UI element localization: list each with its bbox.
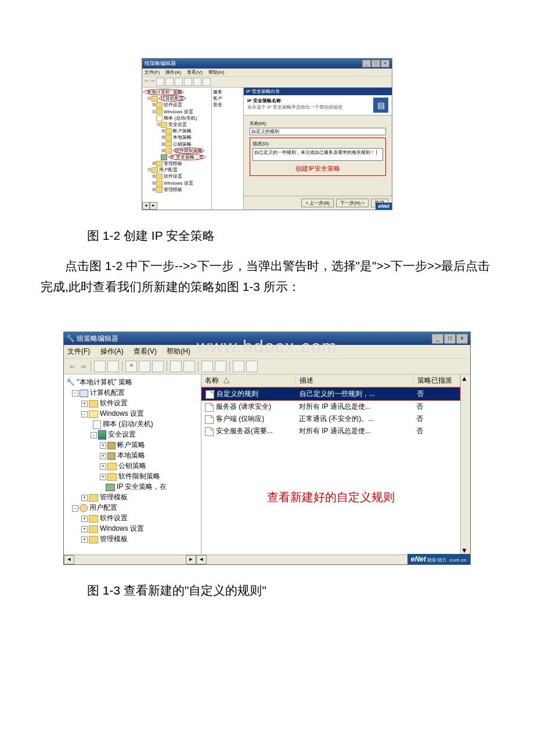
list-item[interactable]: 客户 [213,95,242,102]
nav-fwd-icon[interactable]: ⇒ [78,361,88,372]
name-input[interactable] [250,128,386,135]
toolbar-button[interactable] [201,361,213,372]
tree-item[interactable]: 公钥策略 [118,462,146,470]
tree-ipsec[interactable]: IP 安全策略，在 [168,154,205,160]
small-tree[interactable]: "本地计算机" 策略 ⊟计算机配置 ⊞软件设置 ⊟Windows 设置 脚本 (… [142,88,212,210]
toolbar-button[interactable] [233,361,244,372]
tree-item[interactable]: 脚本 (启动/关机) [164,116,197,121]
cell: 对所有 IP 通讯总是使... [295,426,413,437]
menu-help[interactable]: 帮助(H) [208,70,224,75]
tree-item[interactable]: 管理模板 [164,161,182,166]
tree-item[interactable]: 管理模板 [100,535,128,543]
large-title: 组策略编辑器 [77,334,118,343]
toolbar-button[interactable] [156,78,164,86]
menu-view[interactable]: 查看(V) [187,70,203,75]
toolbar-button[interactable] [165,78,174,86]
tree-item[interactable]: 管理模板 [164,187,182,192]
col-desc[interactable]: 描述 [296,375,414,387]
toolbar-button[interactable] [215,361,226,372]
list-row[interactable]: 客户端 (仅响应) 正常通讯 (不安全的)。... 否 [201,413,460,425]
menu-action[interactable]: 操作(A) [100,347,124,355]
list-row[interactable]: 安全服务器(需要... 对所有 IP 通讯总是使... 否 [201,425,460,437]
wizard-icon: ▤ [373,98,388,113]
tree-item[interactable]: 软件设置 [164,102,182,107]
wizard-annot: 创建IP安全策略 [252,164,383,173]
menu-file[interactable]: 文件(F) [145,70,160,75]
close-icon[interactable]: × [456,334,468,344]
tree-item[interactable]: 用户配置 [159,167,178,172]
tree-item[interactable]: 软件设置 [100,514,128,522]
close-icon[interactable]: × [381,60,389,67]
tree-item[interactable]: 管理模板 [100,493,128,501]
list-row[interactable]: 服务器 (请求安全) 对所有 IP 通讯总是使... 否 [201,401,460,413]
toolbar-button[interactable] [193,78,201,86]
tree-item[interactable]: 用户配置 [89,503,117,512]
menu-action[interactable]: 操作(A) [165,70,181,75]
small-titlebar: 组策略编辑器 _ □ × [142,59,392,69]
toolbar-button[interactable] [94,361,106,372]
menu-help[interactable]: 帮助(H) [167,347,190,355]
col-name[interactable]: 名称 [205,376,219,384]
tree-item[interactable]: 安全设置 [168,122,187,127]
toolbar-button[interactable] [152,361,164,372]
small-center-list: 服务 客户 安全 [212,88,244,210]
tree-item[interactable]: Windows 设置 [164,109,193,114]
large-list[interactable]: 名称 △ 描述 策略已指派 自定义的规则 自己定义的一些规则，... 否 服务器… [201,375,460,555]
back-button[interactable]: < 上一步(B) [301,199,334,207]
tree-item[interactable]: 软件设置 [100,399,128,407]
large-menubar: 文件(F) 操作(A) 查看(V) 帮助(H) [64,345,470,359]
tree-item[interactable]: 脚本 (启动/关机) [103,420,153,428]
tree-item[interactable]: 本地策略 [117,451,145,459]
tree-item[interactable]: 软件设置 [164,174,182,179]
tree-item[interactable]: 公钥策略 [173,142,192,147]
tree-item[interactable]: Windows 设置 [100,524,144,532]
tree-item[interactable]: 帐户策略 [117,441,145,449]
list-item[interactable]: 安全 [213,102,242,108]
menu-view[interactable]: 查看(V) [134,347,157,355]
toolbar-button[interactable] [203,78,211,86]
cell: 自定义的规则 [217,390,258,398]
next-button[interactable]: 下一步(N) > [336,199,369,207]
minimize-icon[interactable]: _ [362,60,371,67]
wizard-titlebar: IP 安全策略向导 [244,88,392,95]
tree-item[interactable]: Windows 设置 [100,409,144,417]
col-assigned[interactable]: 策略已指派 [414,375,460,387]
minimize-icon[interactable]: _ [432,334,443,344]
nav-back-icon[interactable]: ⇐ [67,361,77,372]
tree-item[interactable]: Windows 设置 [164,181,193,186]
delete-icon[interactable]: ✕ [125,361,137,372]
toolbar-button[interactable] [139,361,150,372]
tree-item[interactable]: 软件限制策略 [118,472,160,480]
toolbar-button[interactable] [183,361,195,372]
scroll-arrows[interactable]: ◄► [142,202,157,210]
tree-item[interactable]: 本地策略 [173,135,192,140]
toolbar-button[interactable] [170,361,182,372]
toolbar-button[interactable] [184,78,192,86]
menu-file[interactable]: 文件(F) [67,347,90,355]
maximize-icon[interactable]: □ [444,334,456,344]
screenshot-large: www.bdocx.com 🔧 组策略编辑器 _ □ × 文件(F) 操作(A)… [63,332,471,565]
tree-item[interactable]: 计算机配置 [90,388,125,397]
list-item[interactable]: 服务 [213,89,242,95]
toolbar-button[interactable] [246,361,258,372]
small-title: 组策略编辑器 [145,60,176,67]
scrollbar-horizontal[interactable]: ◄► [64,555,196,564]
tree-compcfg[interactable]: 计算机配置 [159,95,186,102]
scrollbar-vertical[interactable]: ▲ ▼ [460,375,470,555]
name-label: 名称(M): [250,120,386,127]
desc-input[interactable] [252,148,383,161]
tree-item[interactable]: 软件限制策略 [173,147,204,154]
list-row-selected[interactable]: 自定义的规则 自己定义的一些规则，... 否 [201,387,460,401]
document-icon [205,390,214,399]
toolbar-button[interactable] [175,78,183,86]
toolbar-button[interactable] [107,361,119,372]
maximize-icon[interactable]: □ [371,60,380,67]
list-header: 名称 △ 描述 策略已指派 [201,375,460,387]
large-tree[interactable]: 🔧 "本地计算机" 策略 -计算机配置 +软件设置 -Windows 设置 脚本… [64,375,201,555]
tree-item[interactable]: 帐户策略 [173,128,192,134]
tree-root[interactable]: "本地计算机" 策略 [77,378,132,386]
cell: 客户端 (仅响应) [216,415,264,423]
tree-item[interactable]: 安全设置 [108,430,136,438]
tree-ipsec[interactable]: IP 安全策略，在 [117,483,167,491]
tree-root[interactable]: "本地计算机" 策略 [143,89,184,95]
